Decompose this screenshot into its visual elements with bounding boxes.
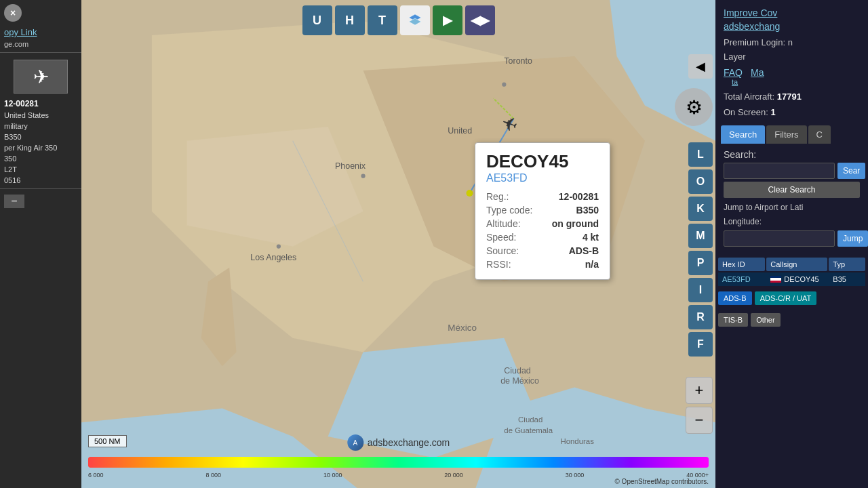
svg-point-2 (277, 244, 281, 248)
tab-row: Search Filters C (721, 125, 863, 144)
col-header-hexid[interactable]: Hex ID (718, 258, 765, 271)
map-attribution: © OpenStreetMap contributors. (614, 478, 709, 485)
popup-type-label: Type code: (486, 205, 533, 216)
copy-link[interactable]: opy Link (0, 26, 81, 39)
alt-label-6k: 6 000 (88, 472, 104, 479)
small-link[interactable]: ta (724, 78, 860, 86)
left-category: military (0, 121, 81, 131)
tab-filters[interactable]: Filters (766, 125, 806, 144)
close-btn-row: × (0, 0, 81, 26)
side-btn-m[interactable]: M (688, 224, 713, 248)
longitude-label: Longitude: (724, 216, 860, 228)
toolbar-layers-button[interactable] (400, 5, 430, 35)
settings-button[interactable]: ⚙ (675, 88, 713, 126)
jump-input[interactable] (724, 230, 835, 247)
toolbar-split-button[interactable]: ◀▶ (465, 5, 495, 35)
alt-label-8k: 8 000 (205, 472, 221, 479)
side-btn-p[interactable]: P (688, 251, 713, 275)
map-toolbar: U H T ▶ ◀▶ (302, 5, 495, 35)
svg-marker-20 (409, 18, 421, 25)
popup-alt-value: on ground (552, 218, 599, 229)
search-row: Sear (724, 163, 860, 179)
zoom-out-button[interactable]: − (686, 407, 713, 434)
aircraft-silhouette-icon: ✈ (33, 66, 49, 88)
popup-speed-row: Speed: 4 kt (486, 230, 599, 244)
left-aircraft-name: per King Air 350 (0, 142, 81, 153)
adsb-logo-icon: A (347, 434, 363, 451)
left-registration: 12-00281 (0, 98, 81, 110)
source-adsc-button[interactable]: ADS-C/R / UAT (755, 291, 817, 305)
popup-source-value: ADS-B (569, 245, 599, 256)
improve-coverage-link[interactable]: Improve Cov (724, 7, 860, 20)
toolbar-u-button[interactable]: U (302, 5, 332, 35)
on-screen-row: On Screen: 1 (715, 104, 868, 120)
source-tisb-button[interactable]: TIS-B (718, 313, 748, 327)
svg-text:Honduras: Honduras (560, 436, 594, 445)
total-aircraft-label: Total Aircraft: (724, 92, 774, 102)
map-background: Los Angeles Phoenix United Toronto Méxic… (81, 0, 715, 488)
tab-other[interactable]: C (808, 125, 831, 144)
on-screen-value: 1 (770, 107, 775, 117)
chevron-left-icon: ◀ (696, 59, 705, 74)
cell-type: B35 (829, 272, 865, 286)
jump-button[interactable]: Jump (837, 230, 868, 247)
cell-hex: AE53FD (718, 272, 765, 286)
popup-type-value: B350 (576, 205, 599, 216)
total-aircraft-row: Total Aircraft: 17791 (715, 89, 868, 104)
search-button[interactable]: Sear (837, 163, 865, 179)
scale-label: 500 NM (94, 437, 121, 445)
col-header-callsign[interactable]: Callsign (766, 258, 827, 271)
popup-source-row: Source: ADS-B (486, 244, 599, 258)
side-btn-f[interactable]: F (688, 332, 713, 357)
left-minus-button[interactable]: − (4, 195, 24, 208)
toolbar-h-button[interactable]: H (335, 5, 365, 35)
popup-reg-label: Reg.: (486, 191, 509, 202)
side-btn-l[interactable]: L (688, 142, 713, 167)
search-input[interactable] (724, 163, 835, 179)
faq-link[interactable]: FAQ (724, 67, 743, 78)
close-button[interactable]: × (4, 4, 22, 22)
gear-icon: ⚙ (686, 96, 703, 119)
side-btn-o[interactable]: O (688, 169, 713, 194)
side-btn-r[interactable]: R (688, 305, 713, 329)
divider-2 (0, 188, 81, 189)
popup-alt-label: Altitude: (486, 218, 521, 229)
source-other-button[interactable]: Other (751, 313, 781, 327)
left-squawk: 0516 (0, 175, 81, 186)
svg-text:Phoenix: Phoenix (335, 161, 366, 171)
jump-label: Jump to Airport or Lati (724, 202, 860, 214)
side-btn-i[interactable]: I (688, 278, 713, 302)
popup-rssi-label: RSSI: (486, 259, 511, 270)
side-btn-k[interactable]: K (688, 197, 713, 221)
aircraft-thumbnail: ✈ (14, 60, 68, 94)
adsb-domain-text: adsbexchange.com (368, 437, 450, 448)
divider-1 (0, 52, 81, 53)
clear-search-button[interactable]: Clear Search (724, 182, 860, 198)
map-nav-left-button[interactable]: ◀ (688, 54, 713, 79)
svg-text:Ciudad: Ciudad (504, 366, 531, 375)
alt-label-40k: 40 000+ (686, 472, 709, 479)
source-adsb-button[interactable]: ADS-B (718, 291, 752, 305)
right-links-row: FAQ Ma (724, 67, 860, 78)
minus-icon: − (695, 411, 704, 429)
map-link[interactable]: Ma (751, 67, 764, 78)
zoom-in-button[interactable]: + (686, 377, 713, 404)
table-row[interactable]: AE53FD DECOY45 B35 (718, 272, 865, 286)
col-header-type[interactable]: Typ (829, 258, 865, 271)
adsb-exchange-link[interactable]: adsbexchang (724, 20, 860, 34)
domain-text: ge.com (0, 39, 81, 49)
side-buttons: L O K M P I R F (688, 142, 713, 357)
svg-text:de México: de México (500, 376, 539, 386)
toolbar-t-button[interactable]: T (368, 5, 397, 35)
toolbar-next-button[interactable]: ▶ (433, 5, 462, 35)
jump-row: Jump (724, 230, 860, 247)
popup-altitude-row: Altitude: on ground (486, 217, 599, 230)
svg-text:United: United (448, 126, 472, 136)
source-filter-row-2: TIS-B Other (718, 313, 865, 327)
tab-search[interactable]: Search (721, 125, 765, 144)
alt-label-30k: 30 000 (566, 472, 585, 479)
popup-registration-row: Reg.: 12-00281 (486, 190, 599, 203)
popup-reg-value: 12-00281 (559, 191, 599, 202)
map-area[interactable]: Los Angeles Phoenix United Toronto Méxic… (81, 0, 715, 488)
popup-speed-value: 4 kt (583, 232, 599, 243)
